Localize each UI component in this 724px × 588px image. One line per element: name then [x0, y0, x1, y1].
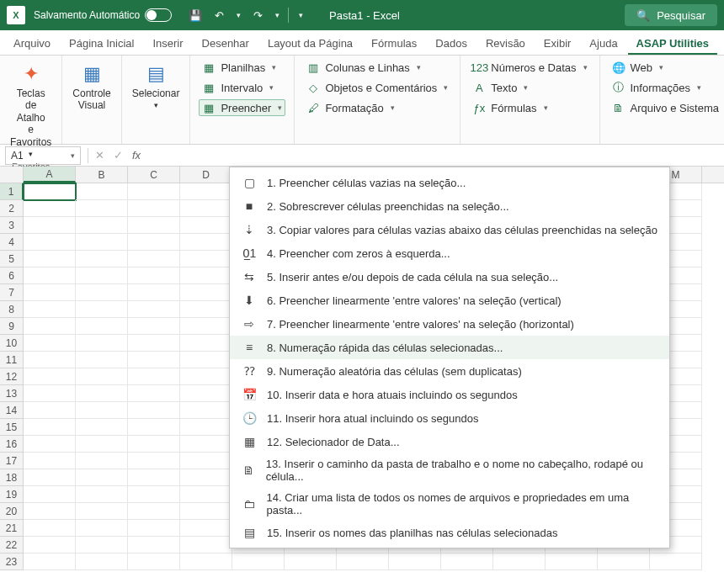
name-box[interactable]: A1 ▾ [5, 146, 81, 165]
column-header[interactable]: A [24, 167, 76, 183]
row-header[interactable]: 23 [0, 554, 24, 570]
row-header[interactable]: 10 [0, 335, 24, 352]
row-header[interactable]: 6 [0, 268, 24, 284]
cell[interactable] [180, 251, 232, 268]
cell[interactable] [76, 234, 128, 251]
cell[interactable] [180, 419, 232, 436]
cell[interactable] [128, 268, 180, 284]
cell[interactable] [24, 469, 76, 486]
cell[interactable] [76, 200, 128, 217]
row-header[interactable]: 8 [0, 301, 24, 318]
cmd-n-meros-e-datas[interactable]: 123Números e Datas▾ [469, 59, 590, 76]
cell[interactable] [128, 318, 180, 335]
row-header[interactable]: 12 [0, 368, 24, 385]
cell[interactable] [128, 469, 180, 486]
cell[interactable] [389, 554, 441, 570]
cell[interactable] [128, 217, 180, 234]
save-icon[interactable]: 💾 [187, 7, 204, 24]
row-header[interactable]: 14 [0, 402, 24, 419]
cmd-texto[interactable]: ATexto▾ [469, 79, 590, 96]
cell[interactable] [180, 234, 232, 251]
cmd-arquivo-e-sistema[interactable]: 🗎Arquivo e Sistema▾ [609, 99, 725, 116]
tab-layout-da-p-gina[interactable]: Layout da Página [259, 32, 361, 55]
select-button[interactable]: ▤ Selecionar ▾ [130, 59, 182, 113]
cell[interactable] [76, 352, 128, 368]
cell[interactable] [128, 284, 180, 301]
cell[interactable] [180, 520, 232, 537]
search-box[interactable]: 🔍 Pesquisar [625, 4, 717, 26]
cmd-formata-o[interactable]: 🖊Formatação▾ [303, 99, 451, 116]
fx-button[interactable]: fx [127, 149, 146, 162]
cell[interactable] [24, 251, 76, 268]
cell[interactable] [24, 318, 76, 335]
cell[interactable] [76, 486, 128, 503]
cell[interactable] [493, 554, 546, 570]
cell[interactable] [180, 368, 232, 385]
cell[interactable] [180, 183, 232, 200]
row-header[interactable]: 5 [0, 251, 24, 268]
cell[interactable] [128, 234, 180, 251]
menu-item-8[interactable]: ≡8. Numeração rápida das células selecio… [230, 336, 669, 359]
row-header[interactable]: 17 [0, 453, 24, 469]
cell[interactable] [180, 486, 232, 503]
cell[interactable] [76, 183, 128, 200]
cell[interactable] [232, 554, 285, 570]
row-header[interactable]: 4 [0, 234, 24, 251]
row-header[interactable]: 9 [0, 318, 24, 335]
cell[interactable] [180, 469, 232, 486]
cmd-informa-es[interactable]: ⓘInformações▾ [609, 79, 725, 96]
cancel-formula-button[interactable]: ✕ [90, 149, 109, 162]
cmd-objetos-e-coment-rios[interactable]: ◇Objetos e Comentários▾ [303, 79, 451, 96]
cell[interactable] [128, 402, 180, 419]
menu-item-2[interactable]: ■2. Sobrescrever células preenchidas na … [230, 194, 669, 218]
tab-exibir[interactable]: Exibir [535, 32, 580, 55]
row-header[interactable]: 15 [0, 419, 24, 436]
cell[interactable] [128, 554, 180, 570]
cell[interactable] [180, 352, 232, 368]
cell[interactable] [180, 554, 232, 570]
cell[interactable] [24, 503, 76, 520]
tab-asap-utilities[interactable]: ASAP Utilities [628, 32, 717, 55]
cell[interactable] [180, 402, 232, 419]
cmd-intervalo[interactable]: ▦Intervalo▾ [199, 79, 285, 96]
cell[interactable] [128, 419, 180, 436]
menu-item-11[interactable]: 🕒11. Inserir hora atual incluindo os seg… [230, 406, 669, 430]
cell[interactable] [337, 554, 389, 570]
menu-item-5[interactable]: ⇆5. Inserir antes e/ou depois de cada cé… [230, 265, 669, 289]
cell[interactable] [24, 453, 76, 469]
row-header[interactable]: 18 [0, 469, 24, 486]
cell[interactable] [180, 200, 232, 217]
cell[interactable] [76, 520, 128, 537]
cell[interactable] [24, 217, 76, 234]
cell[interactable] [285, 554, 337, 570]
cell[interactable] [128, 200, 180, 217]
cmd-preencher[interactable]: ▦Preencher▾ [199, 99, 285, 116]
row-header[interactable]: 13 [0, 385, 24, 402]
cell[interactable] [76, 503, 128, 520]
cell[interactable] [76, 268, 128, 284]
cell[interactable] [180, 217, 232, 234]
cell[interactable] [76, 419, 128, 436]
tab-dados[interactable]: Dados [427, 32, 476, 55]
undo-dropdown-icon[interactable]: ▾ [234, 7, 242, 24]
cell[interactable] [180, 284, 232, 301]
cell[interactable] [128, 385, 180, 402]
menu-item-10[interactable]: 📅10. Inserir data e hora atuais incluind… [230, 383, 669, 406]
cmd-f-rmulas[interactable]: ƒxFórmulas▾ [469, 99, 590, 116]
cell[interactable] [24, 301, 76, 318]
row-header[interactable]: 11 [0, 352, 24, 368]
cell[interactable] [24, 352, 76, 368]
tab-inserir[interactable]: Inserir [144, 32, 191, 55]
cell[interactable] [180, 335, 232, 352]
menu-item-1[interactable]: ▢1. Preencher células vazias na seleção.… [230, 171, 669, 194]
tab-revis-o[interactable]: Revisão [477, 32, 534, 55]
cell[interactable] [76, 453, 128, 469]
redo-dropdown-icon[interactable]: ▾ [273, 7, 281, 24]
column-header[interactable]: D [180, 167, 232, 183]
cell[interactable] [24, 554, 76, 570]
cell[interactable] [76, 318, 128, 335]
row-header[interactable]: 16 [0, 436, 24, 453]
menu-item-7[interactable]: ⇨7. Preencher linearmente 'entre valores… [230, 312, 669, 336]
cell[interactable] [24, 419, 76, 436]
cell[interactable] [24, 234, 76, 251]
